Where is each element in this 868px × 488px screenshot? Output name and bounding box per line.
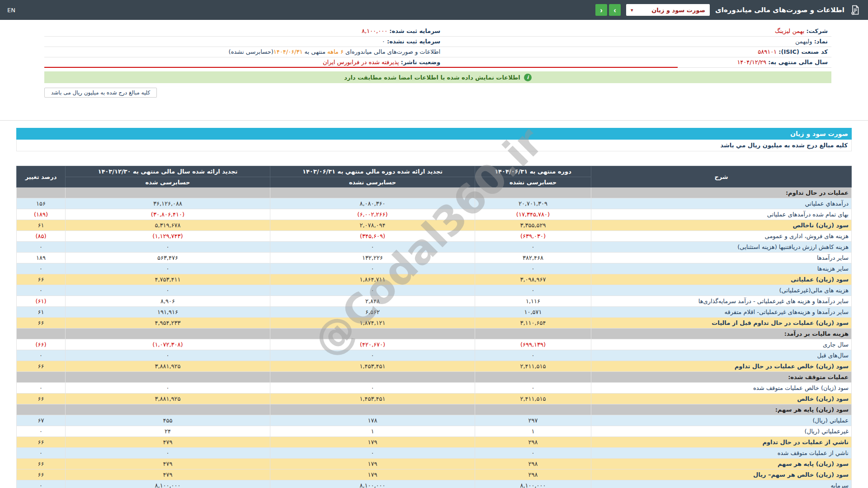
value-cell-restated-period: (۴۲۰,۶۷۰)	[270, 339, 475, 350]
value-cell-current: ۰	[475, 448, 591, 459]
row-label: سود (زیان) خالص	[591, 394, 852, 404]
nav-back-button[interactable]: ‹	[595, 4, 607, 16]
page-title: اطلاعات و صورت‌های مالی میاندوره‌ای	[715, 6, 844, 14]
row-label: هزینه های فروش، اداری و عمومی	[591, 231, 852, 242]
report-icon	[850, 5, 861, 15]
value-cell-current: ۲۹۷	[475, 415, 591, 426]
table-row: عملیات متوقف شده:	[17, 372, 852, 383]
table-row: بهای تمام شده درآمدهای عملیاتی (۱۷,۳۴۵,۷…	[17, 209, 852, 220]
issuer-status-row: وضعیت ناشر: پذیرفته شده در فرابورس ایران	[44, 57, 678, 68]
signed-info-banner: i اطلاعات نمایش داده شده با اطلاعات امضا…	[44, 71, 831, 83]
table-row: سود (زیان) خالص عملیات متوقف شده ۰ ۰ ۰ ۰	[17, 383, 852, 394]
income-table-body: عملیات در حال تداوم: درآمدهاي عملياتي ۲۰…	[17, 188, 852, 488]
percent-change-cell: ۶۷	[17, 415, 66, 426]
row-label: سرمایه	[591, 480, 852, 488]
percent-change-cell: ۶۶	[17, 437, 66, 448]
table-row: سایر درآمدها و هزینه‌های غیرعملیاتی- اقل…	[17, 307, 852, 318]
percent-change-cell: ۱۸۹	[17, 253, 66, 263]
row-label: سایر درآمدها	[591, 253, 852, 263]
value-cell-restated-year: ۸,۹۰۶	[66, 296, 270, 307]
value-cell-restated-year: (۳۰,۸۰۶,۴۱۰)	[66, 209, 270, 220]
percent-change-cell: ۰	[17, 263, 66, 274]
table-row: ناشي از عملیات متوقف شده ۰ ۰ ۰ ۰	[17, 448, 852, 459]
table-row: هزینه های فروش، اداری و عمومی (۶۳۹,۰۳۰) …	[17, 231, 852, 242]
value-cell-restated-period	[270, 328, 475, 339]
issuer-status-value: پذیرفته شده در فرابورس ایران	[323, 59, 399, 66]
row-label: سود (زیان) پایه هر سهم:	[591, 404, 852, 415]
row-label: سود (زیان) خالص هر سهم– ریال	[591, 469, 852, 480]
value-cell-restated-year: ۴۷۹	[66, 469, 270, 480]
percent-change-cell: ۰	[17, 242, 66, 253]
value-cell-restated-year: ۵۶۳,۴۷۶	[66, 253, 270, 263]
row-label: سال جاری	[591, 339, 852, 350]
value-cell-restated-year: ۰	[66, 383, 270, 394]
row-label: سود (زیان) عملیات در حال تداوم قبل از ما…	[591, 318, 852, 328]
table-row: هزینه های مالی(غیرعملیاتی) ۰ ۰ ۰ ۰	[17, 285, 852, 296]
value-cell-restated-period: ۱,۴۵۳,۴۵۱	[270, 394, 475, 404]
value-cell-restated-year: ۰	[66, 448, 270, 459]
row-label: سایر هزینه‌ها	[591, 263, 852, 274]
percent-change-cell: ۶۶	[17, 361, 66, 372]
value-cell-restated-period: ۶,۵۶۲	[270, 307, 475, 318]
value-cell-current: ۸,۱۰۰,۰۰۰	[475, 480, 591, 488]
table-row: عملیات در حال تداوم:	[17, 188, 852, 198]
amounts-tab-wrap: کلیه مبالغ درج شده به میلیون ریال می باش…	[44, 88, 831, 98]
value-cell-restated-year	[66, 404, 270, 415]
value-cell-restated-year: ۳,۸۸۱,۹۲۵	[66, 394, 270, 404]
table-row: سود (زیان) خالص عملیات در حال تداوم ۲,۴۱…	[17, 361, 852, 372]
amounts-unit-tab: کلیه مبالغ درج شده به میلیون ریال می باش…	[44, 88, 157, 98]
col-header-percent-change: درصد تغییر	[17, 166, 66, 188]
unregistered-capital-label: سرمایه ثبت نشده:	[387, 38, 440, 45]
statement-type-select[interactable]: صورت سود و زیان ▾	[626, 4, 710, 16]
value-cell-restated-year	[66, 328, 270, 339]
statement-select-value: صورت سود و زیان	[651, 7, 705, 14]
percent-change-cell: ۶۶	[17, 459, 66, 469]
value-cell-restated-year	[66, 188, 270, 198]
row-label: هزینه کاهش ارزش دریافتنیها (هزینه استثنا…	[591, 242, 852, 253]
value-cell-restated-year: ۴,۹۵۴,۲۳۳	[66, 318, 270, 328]
table-row: سایر درآمدها ۳۸۲,۴۶۸ ۱۳۲,۲۲۶ ۵۶۳,۴۷۶ ۱۸۹	[17, 253, 852, 263]
value-cell-restated-year: ۳۶,۱۲۶,۰۸۸	[66, 198, 270, 209]
value-cell-restated-period: ۰	[270, 448, 475, 459]
statement-nav: › ‹	[595, 4, 621, 16]
value-cell-current: ۲۹۸	[475, 437, 591, 448]
amounts-note: کلیه مبالغ درج شده به میلیون ريال مي باش…	[16, 140, 852, 151]
row-label: سایر درآمدها و هزینه های غیرعملیاتی - در…	[591, 296, 852, 307]
row-label: ناشي از عملیات متوقف شده	[591, 448, 852, 459]
table-row: غیرعملیاتي (ریال) ۱ ۱ ۲۴ ۰	[17, 426, 852, 437]
income-table-header: شرح دوره منتهی به ۱۴۰۴/۰۶/۳۱ تجدید ارائه…	[17, 166, 852, 188]
value-cell-current	[475, 188, 591, 198]
subheader-unaudited-2: حسابرسی نشده	[270, 177, 475, 188]
row-label: سال‌های قبل	[591, 350, 852, 361]
divider	[0, 120, 868, 121]
row-label: سود (زیان) خالص عملیات در حال تداوم	[591, 361, 852, 372]
value-cell-restated-period: ۱,۸۷۴,۱۲۱	[270, 318, 475, 328]
isic-label: کد صنعت (ISIC):	[778, 48, 828, 55]
unregistered-capital-row: سرمایه ثبت نشده: ۰	[44, 37, 678, 47]
issuer-status-label: وضعیت ناشر:	[401, 59, 440, 66]
value-cell-restated-period: ۱۷۹	[270, 459, 475, 469]
value-cell-current: ۲۹۸	[475, 469, 591, 480]
language-toggle-en[interactable]: EN	[7, 7, 15, 14]
value-cell-restated-period: ۱۷۹	[270, 469, 475, 480]
value-cell-restated-period: ۱,۴۵۳,۴۵۱	[270, 361, 475, 372]
col-header-restated-period: تجدید ارائه شده دوره مالي منتهي به ۱۴۰۳/…	[270, 166, 475, 177]
value-cell-current: ۱	[475, 426, 591, 437]
company-info-columns: شرکت: بهمن لیزینگ نماد: ولبهمن کد صنعت (…	[44, 26, 831, 68]
value-cell-restated-period: ۰	[270, 263, 475, 274]
value-cell-restated-period	[270, 404, 475, 415]
value-cell-current: ۳,۱۱۰,۶۵۴	[475, 318, 591, 328]
value-cell-current	[475, 372, 591, 383]
nav-forward-button[interactable]: ›	[609, 4, 621, 16]
value-cell-restated-year: ۰	[66, 350, 270, 361]
value-cell-restated-period: ۱۷۹	[270, 437, 475, 448]
value-cell-restated-year: ۸,۱۰۰,۰۰۰	[66, 480, 270, 488]
value-cell-current: ۰	[475, 285, 591, 296]
row-label: سایر درآمدها و هزینه‌های غیرعملیاتی- اقل…	[591, 307, 852, 318]
table-row: سود (زیان) پایه هر سهم ۲۹۸ ۱۷۹ ۴۷۹ ۶۶	[17, 459, 852, 469]
capital-info-column: سرمایه ثبت شده: ۸,۱۰۰,۰۰۰ سرمایه ثبت نشد…	[44, 26, 678, 68]
value-cell-restated-year: ۰	[66, 242, 270, 253]
row-label: عملیات متوقف شده:	[591, 372, 852, 383]
percent-change-cell: ۰	[17, 480, 66, 488]
row-label: درآمدهاي عملياتي	[591, 198, 852, 209]
